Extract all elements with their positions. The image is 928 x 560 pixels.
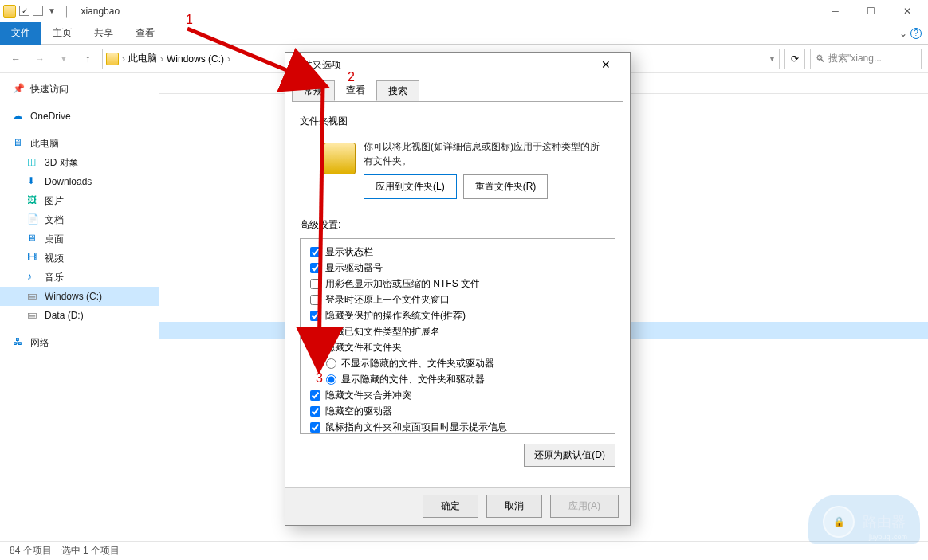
radio[interactable] bbox=[326, 374, 336, 385]
checkbox[interactable] bbox=[310, 327, 320, 337]
dialog-title: 文件夹选项 bbox=[293, 58, 341, 72]
chevron-down-icon[interactable]: ▼ bbox=[48, 6, 56, 15]
sidebar-item-drive-d[interactable]: 🖴Data (D:) bbox=[0, 306, 159, 325]
qat-new-checkbox[interactable] bbox=[33, 6, 43, 16]
sidebar-item-pc[interactable]: 🖥此电脑 bbox=[0, 134, 159, 153]
chevron-right-icon[interactable]: › bbox=[227, 53, 230, 65]
settings-option[interactable]: 隐藏文件和文件夹 bbox=[307, 339, 608, 355]
sidebar-item-label: 网络 bbox=[30, 336, 49, 350]
help-icon[interactable]: ? bbox=[910, 28, 922, 39]
dialog-body: 文件夹视图 你可以将此视图(如详细信息或图标)应用于这种类型的所有文件夹。 应用… bbox=[292, 101, 623, 487]
apply-to-folders-button[interactable]: 应用到文件夹(L) bbox=[364, 174, 457, 199]
nav-forward-button[interactable]: → bbox=[30, 49, 49, 69]
checkbox[interactable] bbox=[310, 311, 320, 321]
settings-option[interactable]: 登录时还原上一个文件夹窗口 bbox=[307, 292, 608, 307]
chevron-down-icon[interactable]: ⌄ bbox=[899, 28, 907, 39]
sidebar-item-desktop[interactable]: 🖥桌面 bbox=[0, 229, 159, 249]
sidebar-item-3d[interactable]: ◫3D 对象 bbox=[0, 153, 159, 172]
dialog-tab-view[interactable]: 查看 bbox=[334, 80, 377, 101]
checkbox[interactable] bbox=[310, 247, 320, 257]
advanced-settings-tree[interactable]: 显示状态栏显示驱动器号用彩色显示加密或压缩的 NTFS 文件登录时还原上一个文件… bbox=[300, 238, 615, 434]
sidebar-item-music[interactable]: ♪音乐 bbox=[0, 268, 159, 287]
minimize-button[interactable]: ─ bbox=[817, 0, 853, 22]
breadcrumb[interactable]: Windows (C:) bbox=[163, 53, 227, 65]
settings-option[interactable]: 显示状态栏 bbox=[307, 244, 608, 260]
search-input[interactable]: 🔍︎ 搜索"xiang... bbox=[810, 49, 922, 69]
quick-access-toolbar: ▼ │ bbox=[3, 5, 74, 18]
ribbon-tab-share[interactable]: 共享 bbox=[83, 22, 124, 45]
sidebar-item-downloads[interactable]: ⬇Downloads bbox=[0, 172, 159, 191]
pc-icon: 🖥 bbox=[13, 137, 26, 150]
picture-icon: 🖼 bbox=[27, 194, 40, 207]
option-label: 隐藏文件和文件夹 bbox=[325, 341, 402, 354]
sidebar-item-documents[interactable]: 📄文档 bbox=[0, 210, 159, 229]
download-icon: ⬇ bbox=[27, 175, 40, 188]
option-label: 隐藏空的驱动器 bbox=[325, 405, 392, 418]
dialog-close-button[interactable]: ✕ bbox=[590, 53, 622, 76]
apply-button[interactable]: 应用(A) bbox=[550, 495, 619, 518]
option-label: 隐藏文件夹合并冲突 bbox=[325, 389, 411, 402]
settings-option[interactable]: 不显示隐藏的文件、文件夹或驱动器 bbox=[307, 355, 608, 371]
dialog-tab-search[interactable]: 搜索 bbox=[376, 80, 419, 102]
qat-prop-checkbox[interactable] bbox=[19, 6, 29, 16]
sidebar-item-videos[interactable]: 🎞视频 bbox=[0, 249, 159, 268]
settings-option[interactable]: 用彩色显示加密或压缩的 NTFS 文件 bbox=[307, 276, 608, 292]
settings-option[interactable]: 显示驱动器号 bbox=[307, 260, 608, 276]
folder-icon bbox=[310, 343, 320, 353]
ribbon-file-tab[interactable]: 文件 bbox=[0, 22, 41, 45]
close-button[interactable]: ✕ bbox=[889, 0, 925, 22]
dialog-tab-general[interactable]: 常规 bbox=[292, 80, 335, 102]
sidebar-item-onedrive[interactable]: ☁OneDrive bbox=[0, 107, 159, 126]
option-label: 登录时还原上一个文件夹窗口 bbox=[325, 293, 450, 307]
chevron-down-icon[interactable]: ▼ bbox=[54, 49, 73, 69]
ribbon-tab-view[interactable]: 查看 bbox=[124, 22, 166, 45]
sidebar-item-drive-c[interactable]: 🖴Windows (C:) bbox=[0, 287, 159, 306]
checkbox[interactable] bbox=[310, 263, 320, 273]
sidebar-item-pictures[interactable]: 🖼图片 bbox=[0, 191, 159, 210]
dialog-footer: 确定 取消 应用(A) bbox=[285, 487, 630, 525]
sidebar-item-label: Downloads bbox=[45, 176, 92, 187]
option-label: 不显示隐藏的文件、文件夹或驱动器 bbox=[341, 357, 494, 370]
checkbox[interactable] bbox=[310, 406, 320, 417]
checkbox[interactable] bbox=[310, 422, 320, 433]
advanced-settings-label: 高级设置: bbox=[300, 218, 615, 232]
chevron-down-icon[interactable]: ▼ bbox=[769, 55, 776, 63]
refresh-button[interactable]: ⟳ bbox=[784, 49, 805, 69]
checkbox[interactable] bbox=[310, 295, 320, 305]
ribbon-tab-home[interactable]: 主页 bbox=[41, 22, 83, 45]
settings-option[interactable]: 隐藏已知文件类型的扩展名 bbox=[307, 323, 608, 339]
star-icon: 📌 bbox=[13, 83, 26, 96]
sidebar-item-network[interactable]: 🖧网络 bbox=[0, 333, 159, 352]
window-title: xiangbao bbox=[81, 6, 120, 17]
breadcrumb[interactable]: 此电脑 bbox=[125, 52, 160, 65]
checkbox[interactable] bbox=[310, 279, 320, 289]
maximize-button[interactable]: ☐ bbox=[853, 0, 889, 22]
settings-option[interactable]: 显示隐藏的文件、文件夹和驱动器 bbox=[307, 371, 608, 387]
status-item-count: 84 个项目 bbox=[10, 544, 52, 558]
sidebar-item-label: Data (D:) bbox=[45, 310, 84, 321]
ribbon: 文件 主页 共享 查看 ⌄ ? bbox=[0, 22, 928, 45]
watermark-text: 路由器 bbox=[863, 512, 906, 531]
settings-option[interactable]: 鼠标指向文件夹和桌面项目时显示提示信息 bbox=[307, 419, 608, 434]
dialog-title-bar[interactable]: 文件夹选项 ✕ bbox=[285, 53, 630, 76]
folder-views-group: 你可以将此视图(如详细信息或图标)应用于这种类型的所有文件夹。 应用到文件夹(L… bbox=[300, 135, 615, 210]
document-icon: 📄 bbox=[27, 213, 40, 226]
separator: │ bbox=[64, 6, 70, 17]
settings-option[interactable]: 隐藏受保护的操作系统文件(推荐) bbox=[307, 307, 608, 323]
sidebar-item-quick-access[interactable]: 📌快速访问 bbox=[0, 80, 159, 99]
title-bar: ▼ │ xiangbao ─ ☐ ✕ bbox=[0, 0, 928, 22]
ribbon-help: ⌄ ? bbox=[899, 28, 922, 39]
checkbox[interactable] bbox=[310, 390, 320, 401]
restore-defaults-button[interactable]: 还原为默认值(D) bbox=[524, 444, 615, 467]
settings-option[interactable]: 隐藏空的驱动器 bbox=[307, 403, 608, 419]
ok-button[interactable]: 确定 bbox=[423, 495, 478, 518]
nav-up-button[interactable]: ↑ bbox=[78, 49, 97, 69]
sidebar-item-label: 桌面 bbox=[45, 233, 64, 246]
option-label: 隐藏已知文件类型的扩展名 bbox=[325, 325, 440, 339]
watermark: 🔒 路由器 juyouqi.com bbox=[808, 495, 920, 544]
reset-folders-button[interactable]: 重置文件夹(R) bbox=[463, 174, 549, 199]
settings-option[interactable]: 隐藏文件夹合并冲突 bbox=[307, 387, 608, 403]
nav-back-button[interactable]: ← bbox=[6, 49, 26, 69]
cancel-button[interactable]: 取消 bbox=[486, 495, 542, 518]
radio[interactable] bbox=[326, 358, 336, 369]
